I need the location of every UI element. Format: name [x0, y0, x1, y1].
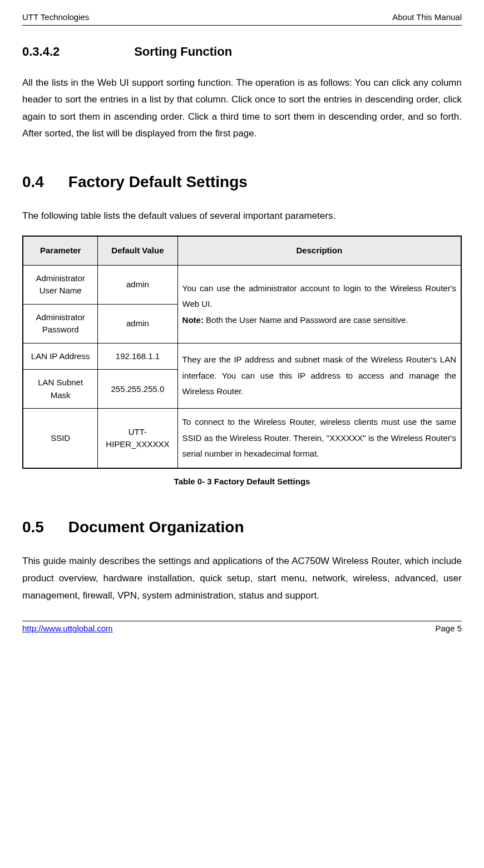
heading-title: Document Organization	[68, 518, 244, 536]
page-number: Page 5	[435, 622, 462, 635]
footer-link[interactable]: http://www.uttglobal.com	[22, 622, 113, 635]
table-row: LAN IP Address 192.168.1.1 They are the …	[23, 343, 461, 370]
note-label: Note:	[182, 315, 206, 325]
param-cell: Administrator User Name	[23, 265, 98, 304]
heading-title: Sorting Function	[134, 45, 232, 58]
heading-title: Factory Default Settings	[68, 173, 248, 190]
param-cell: LAN IP Address	[23, 343, 98, 370]
param-cell: SSID	[23, 409, 98, 468]
desc-cell-admin: You can use the administrator account to…	[177, 265, 461, 343]
document-organization-body: This guide mainly describes the settings…	[22, 553, 462, 604]
heading-num: 0.3.4.2	[22, 42, 131, 61]
value-cell: UTT-HIPER_XXXXXX	[98, 409, 177, 468]
desc-cell-lan: They are the IP address and subnet mask …	[177, 343, 461, 409]
heading-num: 0.5	[22, 516, 64, 539]
col-default-value: Default Value	[98, 236, 177, 265]
sorting-function-body: All the lists in the Web UI support sort…	[22, 75, 462, 143]
header-right: About This Manual	[392, 11, 462, 24]
value-cell: admin	[98, 265, 177, 304]
desc-line: You can use the administrator account to…	[182, 283, 456, 309]
value-cell: 192.168.1.1	[98, 343, 177, 370]
page-header: UTT Technologies About This Manual	[22, 11, 462, 26]
col-description: Description	[177, 236, 461, 265]
value-cell: admin	[98, 304, 177, 343]
heading-factory-default: 0.4 Factory Default Settings	[22, 170, 462, 194]
table-caption: Table 0- 3 Factory Default Settings	[22, 475, 462, 488]
heading-num: 0.4	[22, 170, 64, 194]
param-cell: LAN Subnet Mask	[23, 370, 98, 409]
header-left: UTT Technologies	[22, 11, 89, 24]
param-cell: Administrator Password	[23, 304, 98, 343]
heading-sorting-function: 0.3.4.2 Sorting Function	[22, 42, 462, 61]
factory-default-table: Parameter Default Value Description Admi…	[22, 236, 462, 469]
col-parameter: Parameter	[23, 236, 98, 265]
table-row: SSID UTT-HIPER_XXXXXX To connect to the …	[23, 409, 461, 468]
note-body: Both the User Name and Password are case…	[206, 315, 408, 325]
desc-cell-ssid: To connect to the Wireless Router, wirel…	[177, 409, 461, 468]
table-header-row: Parameter Default Value Description	[23, 236, 461, 265]
page-footer: http://www.uttglobal.com Page 5	[22, 621, 462, 635]
value-cell: 255.255.255.0	[98, 370, 177, 409]
factory-default-intro: The following table lists the default va…	[22, 208, 462, 225]
heading-document-organization: 0.5 Document Organization	[22, 516, 462, 539]
table-row: Administrator User Name admin You can us…	[23, 265, 461, 304]
